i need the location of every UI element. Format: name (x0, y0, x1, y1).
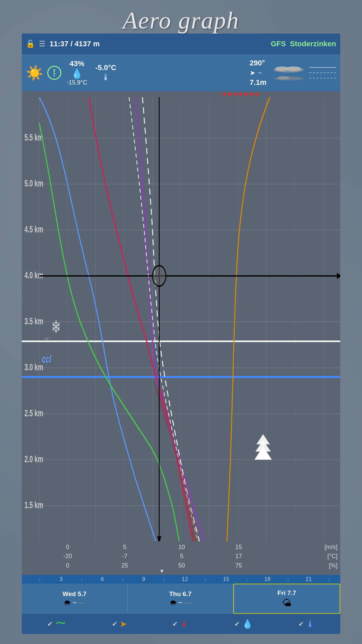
aero-chart: 5.5 km 5.0 km 4.5 km 4.0 km 3.5 km 3.0 k… (22, 97, 340, 541)
svg-text:°C: °C (45, 337, 49, 343)
wind-speed: 7.1m (250, 78, 266, 87)
humidity-toggle[interactable]: ✔ 💧 (234, 619, 253, 629)
wind-arrow-icon: ➤ (250, 69, 255, 77)
time-bar: | 3 | 6 | 9 | 12 | 15 | 18 | 21 | (22, 575, 340, 584)
c-17: 17 (210, 553, 267, 560)
svg-point-4 (278, 76, 290, 79)
svg-text:3.5 km: 3.5 km (24, 316, 43, 326)
svg-text:5.0 km: 5.0 km (24, 178, 43, 189)
precip-dot (255, 93, 258, 96)
precip-dot (244, 93, 248, 96)
time-12: 12 (165, 576, 205, 583)
time-altitude: 11:37 / 4137 m (50, 40, 267, 48)
svg-text:2.0 km: 2.0 km (24, 454, 43, 464)
c-neg20: -20 (39, 553, 96, 560)
sun-icon: ☀️ (26, 65, 43, 81)
day-wed-icons: 🌧 ~ — (64, 598, 85, 607)
svg-text:1.5 km: 1.5 km (24, 500, 43, 510)
svg-text:4.5 km: 4.5 km (24, 224, 43, 234)
ms-0: 0 (39, 544, 96, 551)
model-label[interactable]: GFS (271, 40, 286, 48)
pct-unit: [%] (329, 562, 338, 569)
arrow-orange-icon: ➤ (120, 619, 127, 629)
day-fri-label: Fri 7.7 (278, 589, 296, 597)
wind-toggle[interactable]: ✔ (47, 619, 66, 629)
chart-area[interactable]: 5.5 km 5.0 km 4.5 km 4.0 km 3.5 km 3.0 k… (22, 97, 340, 541)
thermometer-icon: 🌡 (102, 72, 110, 83)
precip-dot (228, 93, 232, 96)
cloud-line-dashed2 (309, 78, 336, 78)
rain-wed-icon: 🌧 (64, 598, 71, 607)
day-item-wed[interactable]: Wed 5.7 🌧 ~ — (22, 584, 128, 614)
svg-marker-46 (254, 446, 272, 460)
svg-text:2.5 km: 2.5 km (24, 408, 43, 418)
cloud-line-dashed1 (309, 72, 336, 73)
dew-point: -15.9°C (67, 79, 87, 86)
thermo-blue-icon: 🌡 (306, 619, 315, 629)
svg-text:ccl: ccl (42, 354, 51, 365)
ms-10: 10 (153, 544, 210, 551)
arrow-toggle[interactable]: ✔ ➤ (112, 619, 127, 629)
location-label[interactable]: Stoderzinken (290, 40, 336, 48)
precipitation-dots (22, 91, 340, 97)
wind-section: 290° ➤ ~ 7.1m (250, 59, 266, 87)
c-5: 5 (153, 553, 210, 560)
wind-direction: 290° (250, 59, 266, 67)
time-arrow: ▼ (159, 568, 165, 574)
tick-sep8: | (329, 577, 330, 582)
drop-blue-icon: 💧 (242, 619, 253, 629)
precip-dot (239, 93, 242, 96)
page-title: Aero graph (0, 7, 362, 35)
header-bar: 🔓 ☰ 11:37 / 4137 m GFS Stoderzinken (22, 34, 340, 54)
precip-dot (223, 93, 226, 96)
time-3: 3 (41, 576, 81, 583)
svg-text:❄: ❄ (51, 317, 61, 337)
day-wed-label: Wed 5.7 (63, 590, 86, 598)
humidity-section: 43% 💧 -15.9°C (67, 59, 87, 86)
wind-green-icon (55, 619, 66, 629)
svg-marker-42 (157, 536, 161, 541)
temp-check[interactable]: ✔ (172, 620, 178, 628)
cloud-lines (309, 67, 336, 78)
suncloud-fri-icon: 🌤 (282, 597, 292, 608)
time-21: 21 (289, 576, 329, 583)
cloud-line-solid (309, 67, 336, 68)
pct-0: 0 (39, 562, 96, 569)
c-neg7: -7 (96, 553, 153, 560)
rain-thu-icon: 🌧 (170, 598, 177, 607)
time-6: 6 (82, 576, 122, 583)
wind-check[interactable]: ✔ (47, 620, 53, 628)
cloud-mid-icon (272, 74, 305, 81)
temp-toggle[interactable]: ✔ 🌡 (172, 619, 189, 629)
humidity-value: 43% (70, 59, 84, 68)
lock-icon: 🔓 (26, 40, 35, 48)
svg-marker-40 (337, 273, 340, 279)
arrow-check[interactable]: ✔ (112, 620, 118, 628)
line-thu-icon: — (184, 598, 191, 607)
day-thu-icons: 🌧 ~ — (170, 598, 191, 607)
bottom-icons-bar: ✔ ✔ ➤ ✔ 🌡 ✔ 💧 ✔ 🌡 (22, 614, 340, 634)
day-forecast-bar: Wed 5.7 🌧 ~ — Thu 6.7 🌧 ~ — Fri 7.7 🌤 (22, 584, 340, 614)
cloud-high-icon (272, 65, 305, 73)
svg-point-43 (153, 266, 166, 286)
ms-15: 15 (210, 544, 267, 551)
time-18: 18 (247, 576, 288, 583)
x-axis-area: 0 5 10 15 [m/s] -20 -7 5 17 [°C] 0 25 50… (22, 541, 340, 575)
dew-check[interactable]: ✔ (298, 620, 304, 628)
day-item-thu[interactable]: Thu 6.7 🌧 ~ — (128, 584, 234, 614)
ms-unit: [m/s] (324, 544, 338, 551)
day-fri-icons: 🌤 (282, 597, 292, 608)
temperature-section: -5.0°C 🌡 (95, 63, 116, 83)
time-9: 9 (123, 576, 164, 583)
thermo-red-icon: 🌡 (180, 619, 189, 629)
menu-icon[interactable]: ☰ (39, 40, 46, 48)
gauge-icon (47, 66, 61, 80)
humidity-check[interactable]: ✔ (234, 620, 240, 628)
day-item-fri[interactable]: Fri 7.7 🌤 (233, 584, 340, 614)
dewpoint-toggle[interactable]: ✔ 🌡 (298, 619, 315, 629)
line-wed-icon: — (78, 598, 85, 607)
c-unit: [°C] (327, 553, 338, 560)
svg-point-2 (286, 66, 301, 71)
time-15: 15 (206, 576, 246, 583)
ms-5: 5 (96, 544, 153, 551)
